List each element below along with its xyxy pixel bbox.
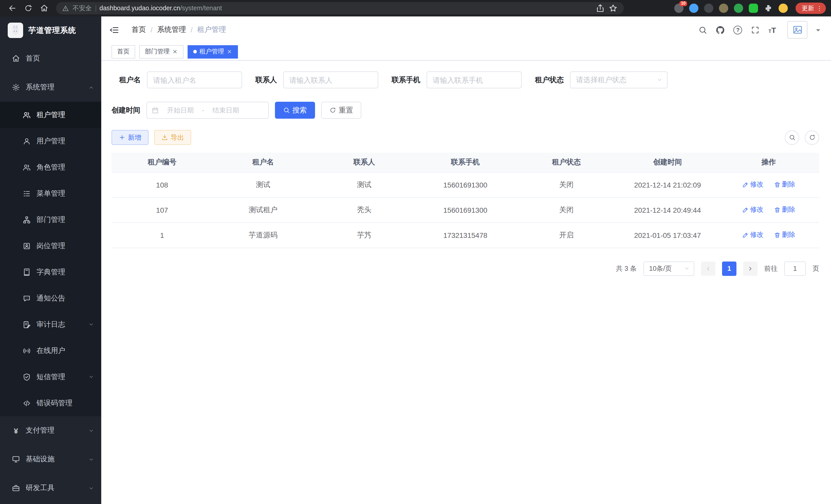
browser-menu-dots-icon[interactable] — [816, 5, 823, 11]
phone-input[interactable] — [427, 71, 522, 88]
extension-icon-6[interactable] — [749, 4, 758, 13]
search-button[interactable]: 搜索 — [275, 102, 315, 119]
yen-icon: ¥ — [12, 426, 20, 435]
close-icon[interactable] — [172, 49, 178, 55]
show-search-button[interactable] — [785, 130, 799, 145]
date-range-picker[interactable]: - — [146, 102, 269, 119]
tenant-name-input[interactable] — [147, 71, 242, 88]
sidebar-item-menu[interactable]: 菜单管理 — [0, 180, 101, 207]
export-button[interactable]: 导出 — [154, 130, 191, 145]
sidebar-item-home[interactable]: 首页 — [0, 44, 101, 73]
breadcrumb-item-system[interactable]: 系统管理 — [157, 25, 186, 34]
sidebar-item-label: 部门管理 — [36, 215, 65, 224]
edit-button[interactable]: 修改 — [742, 230, 764, 240]
sidebar-item-system[interactable]: 系统管理 — [0, 73, 101, 102]
extension-icon-4[interactable] — [719, 4, 728, 13]
breadcrumb-item-home[interactable]: 首页 — [132, 25, 146, 34]
tab-dept[interactable]: 部门管理 — [139, 45, 183, 58]
share-icon[interactable] — [596, 4, 605, 13]
page-size-select[interactable]: 10条/页 — [643, 261, 694, 276]
bookmark-star-icon[interactable] — [608, 4, 618, 13]
address-bar[interactable]: 不安全 dashboard.yudao.iocoder.cn/system/te… — [56, 2, 624, 14]
table-toolbar: 新增 导出 — [112, 130, 819, 145]
home-icon — [12, 55, 20, 63]
avatar-dropdown-caret[interactable] — [816, 29, 820, 33]
browser-back-button[interactable] — [5, 1, 19, 15]
sidebar-item-audit-log[interactable]: 审计日志 — [0, 312, 101, 337]
fullscreen-icon[interactable] — [751, 25, 760, 34]
goto-page-input[interactable] — [784, 261, 806, 276]
browser-update-button[interactable]: 更新 — [796, 3, 826, 14]
breadcrumb: 首页 / 系统管理 / 租户管理 — [132, 25, 226, 34]
table-row: 108 测试 测试 15601691300 关闭 2021-12-14 21:0… — [112, 172, 819, 197]
goto-label: 前往 — [764, 264, 778, 273]
delete-button[interactable]: 删除 — [774, 205, 795, 214]
add-button[interactable]: 新增 — [112, 130, 148, 145]
app-logo[interactable]: 芋道管理系统 — [0, 17, 101, 44]
sidebar-item-infrastructure[interactable]: 基础设施 — [0, 445, 101, 474]
edit-button[interactable]: 修改 — [742, 205, 764, 214]
sidebar-item-post[interactable]: 岗位管理 — [0, 233, 101, 259]
help-icon[interactable]: ? — [734, 25, 742, 34]
extension-icon-1[interactable]: 10 — [674, 4, 684, 13]
browser-extensions: 10 更新 — [669, 3, 826, 14]
sidebar-item-payment[interactable]: ¥ 支付管理 — [0, 416, 101, 445]
menu-fold-icon[interactable] — [110, 25, 119, 35]
top-header: 首页 / 系统管理 / 租户管理 ? TT — [101, 17, 831, 43]
next-page-button[interactable] — [743, 261, 757, 276]
page-content: 租户名 联系人 联系手机 租户状态 请选择租户状态 — [101, 61, 831, 504]
status-label: 租户状态 — [535, 75, 564, 85]
github-icon[interactable] — [716, 25, 725, 34]
breadcrumb-item-tenant: 租户管理 — [197, 25, 226, 34]
security-label[interactable]: 不安全 — [73, 4, 92, 12]
delete-button[interactable]: 删除 — [774, 230, 795, 240]
date-start-input[interactable] — [161, 106, 200, 114]
cell-created: 2021-01-05 17:03:47 — [617, 223, 718, 248]
extension-icon-2[interactable] — [689, 4, 698, 13]
date-end-input[interactable] — [206, 106, 246, 114]
browser-toolbar: 不安全 dashboard.yudao.iocoder.cn/system/te… — [0, 0, 831, 17]
close-icon[interactable] — [227, 49, 232, 55]
browser-home-button[interactable] — [37, 1, 51, 15]
sidebar-item-role[interactable]: 角色管理 — [0, 154, 101, 180]
sidebar-item-notice[interactable]: 通知公告 — [0, 285, 101, 312]
sidebar-item-user[interactable]: 用户管理 — [0, 128, 101, 154]
delete-button[interactable]: 删除 — [774, 180, 795, 189]
sidebar-item-online-user[interactable]: 在线用户 — [0, 337, 101, 364]
tab-tenant[interactable]: 租户管理 — [188, 45, 238, 58]
font-size-icon[interactable]: TT — [769, 26, 776, 34]
puzzle-icon[interactable] — [764, 4, 773, 13]
sidebar-item-label: 基础设施 — [26, 455, 55, 464]
extension-icon-3[interactable] — [704, 4, 713, 13]
status-select[interactable]: 请选择租户状态 — [570, 71, 667, 88]
tab-home[interactable]: 首页 — [112, 45, 135, 58]
status-select-placeholder: 请选择租户状态 — [576, 75, 627, 85]
browser-profile-avatar[interactable] — [779, 4, 788, 13]
sidebar-item-label: 字典管理 — [36, 267, 65, 277]
prev-page-button[interactable] — [701, 261, 715, 276]
chevron-down-icon — [88, 374, 94, 380]
cell-contact: 测试 — [314, 172, 415, 197]
sidebar-item-dept[interactable]: 部门管理 — [0, 207, 101, 233]
browser-refresh-button[interactable] — [21, 1, 35, 15]
sidebar-item-error-code[interactable]: 错误码管理 — [0, 390, 101, 416]
sidebar-item-sms[interactable]: 短信管理 — [0, 364, 101, 390]
page-number-1[interactable]: 1 — [722, 261, 737, 276]
chevron-down-icon — [88, 456, 94, 462]
edit-label: 修改 — [750, 180, 764, 189]
sidebar-item-tenant[interactable]: 租户管理 — [0, 102, 101, 128]
search-icon[interactable] — [699, 25, 708, 34]
cell-tenant-name: 芋道源码 — [212, 223, 314, 248]
sidebar-item-devtools[interactable]: 研发工具 — [0, 474, 101, 502]
app-title: 芋道管理系统 — [28, 25, 76, 35]
sidebar-item-dict[interactable]: 字典管理 — [0, 259, 101, 285]
filter-tenant-name: 租户名 — [119, 71, 242, 88]
reset-button[interactable]: 重置 — [321, 102, 361, 119]
col-tenant-id: 租户编号 — [112, 153, 212, 172]
user-avatar[interactable] — [787, 21, 807, 38]
cell-status: 关闭 — [516, 172, 617, 197]
extension-icon-5[interactable] — [734, 4, 743, 13]
edit-button[interactable]: 修改 — [742, 180, 764, 189]
refresh-table-button[interactable] — [805, 130, 819, 145]
contact-input[interactable] — [283, 71, 378, 88]
